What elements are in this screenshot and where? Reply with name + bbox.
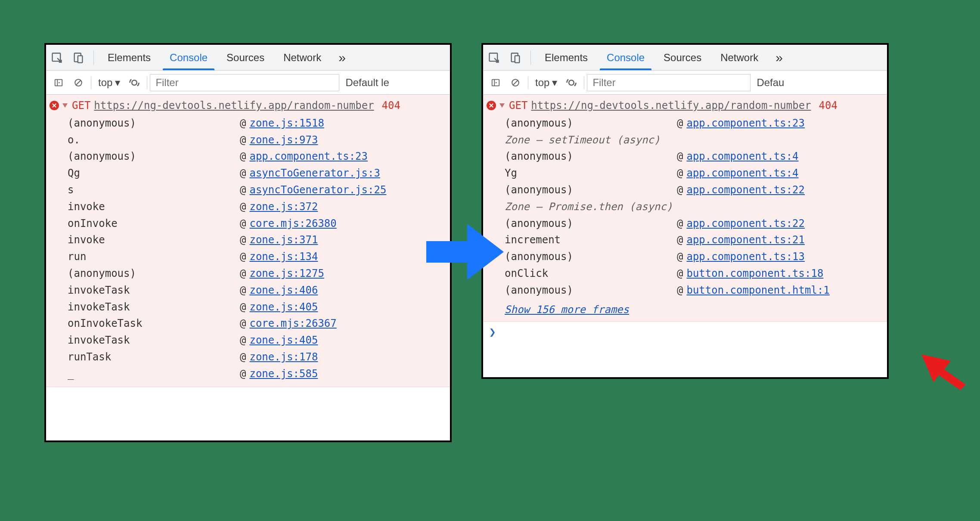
- frame-function: invokeTask: [68, 300, 240, 315]
- frame-source-link[interactable]: zone.js:371: [249, 233, 318, 248]
- disclosure-triangle-icon[interactable]: [62, 103, 68, 108]
- tab-console[interactable]: Console: [597, 45, 654, 70]
- stack-frame: invokeTask@zone.js:405: [46, 299, 450, 316]
- stack-frame: onInvokeTask@core.mjs:26367: [46, 315, 450, 332]
- tab-network[interactable]: Network: [711, 45, 768, 70]
- at-symbol: @: [240, 333, 246, 348]
- at-symbol: @: [240, 199, 246, 214]
- frame-source-link[interactable]: app.component.ts:4: [686, 149, 798, 164]
- at-symbol: @: [240, 350, 246, 365]
- context-label: top: [535, 77, 549, 89]
- show-more-frames-link[interactable]: Show 156 more frames: [483, 301, 887, 319]
- log-level-selector[interactable]: Default le: [339, 77, 389, 89]
- frame-source-link[interactable]: zone.js:372: [249, 199, 318, 214]
- at-symbol: @: [677, 266, 683, 281]
- frame-source-link[interactable]: zone.js:585: [249, 366, 318, 381]
- error-header[interactable]: GET https://ng-devtools.netlify.app/rand…: [483, 97, 887, 114]
- frame-source-link[interactable]: asyncToGenerator.js:3: [249, 166, 380, 181]
- error-header[interactable]: GET https://ng-devtools.netlify.app/rand…: [46, 97, 450, 114]
- frame-function: onInvokeTask: [68, 316, 240, 331]
- inspect-icon[interactable]: [483, 52, 505, 64]
- frame-source-link[interactable]: zone.js:406: [249, 283, 318, 298]
- frame-source-link[interactable]: zone.js:134: [249, 249, 318, 264]
- more-tabs-button[interactable]: »: [768, 50, 791, 65]
- device-toggle-icon[interactable]: [68, 52, 89, 64]
- context-selector[interactable]: top ▾: [94, 77, 124, 89]
- live-expression-icon[interactable]: [124, 74, 144, 91]
- frame-function: (anonymous): [505, 283, 677, 298]
- frame-source-link[interactable]: zone.js:405: [249, 300, 318, 315]
- filter-input[interactable]: [150, 74, 339, 91]
- context-selector[interactable]: top ▾: [531, 77, 561, 89]
- log-level-selector[interactable]: Defau: [751, 77, 784, 89]
- frame-function: run: [68, 249, 240, 264]
- frame-source-link[interactable]: button.component.html:1: [686, 283, 829, 298]
- disclosure-triangle-icon[interactable]: [499, 103, 505, 108]
- frame-source-link[interactable]: zone.js:1518: [249, 116, 324, 131]
- console-prompt[interactable]: ❯: [483, 322, 887, 342]
- stack-frame: invokeTask@zone.js:406: [46, 282, 450, 299]
- frame-function: invoke: [68, 199, 240, 214]
- sidebar-toggle-icon[interactable]: [486, 74, 506, 91]
- frame-function: s: [68, 183, 240, 198]
- error-icon: [50, 101, 59, 110]
- chevron-down-icon: ▾: [115, 77, 120, 89]
- error-entry: GET https://ng-devtools.netlify.app/rand…: [483, 95, 887, 322]
- frame-source-link[interactable]: button.component.ts:18: [686, 266, 823, 281]
- clear-console-icon[interactable]: [68, 74, 88, 91]
- clear-console-icon[interactable]: [506, 74, 525, 91]
- stack-trace: (anonymous)@zone.js:1518o.@zone.js:973(a…: [46, 114, 450, 384]
- console-toolbar: top ▾ Defau: [483, 71, 887, 95]
- inspect-icon[interactable]: [46, 52, 68, 64]
- tab-label: Sources: [226, 52, 264, 64]
- svg-point-11: [569, 80, 574, 85]
- frame-source-link[interactable]: app.component.ts:23: [249, 149, 368, 164]
- frame-source-link[interactable]: app.component.ts:13: [686, 249, 805, 264]
- tab-sources[interactable]: Sources: [217, 45, 274, 70]
- sidebar-toggle-icon[interactable]: [49, 74, 68, 91]
- stack-frame: (anonymous)@app.component.ts:22: [483, 215, 887, 232]
- tab-console[interactable]: Console: [160, 45, 217, 70]
- frame-function: Qg: [68, 166, 240, 181]
- at-symbol: @: [240, 300, 246, 315]
- device-toggle-icon[interactable]: [505, 52, 526, 64]
- context-label: top: [98, 77, 112, 89]
- stack-frame: Qg@asyncToGenerator.js:3: [46, 165, 450, 182]
- separator: [530, 50, 531, 65]
- svg-rect-2: [78, 56, 83, 62]
- tab-elements[interactable]: Elements: [535, 45, 597, 70]
- live-expression-icon[interactable]: [561, 74, 581, 91]
- stack-frame: (anonymous)@app.component.ts:23: [483, 115, 887, 132]
- separator: [528, 76, 528, 89]
- stack-frame: o.@zone.js:973: [46, 132, 450, 149]
- frame-function: invokeTask: [68, 333, 240, 348]
- frame-source-link[interactable]: zone.js:973: [249, 133, 318, 148]
- async-boundary: Zone — setTimeout (async): [483, 132, 887, 149]
- tab-label: Elements: [108, 52, 151, 64]
- frame-source-link[interactable]: core.mjs:26380: [249, 216, 336, 231]
- frame-source-link[interactable]: app.component.ts:22: [686, 183, 805, 198]
- at-symbol: @: [240, 116, 246, 131]
- request-url[interactable]: https://ng-devtools.netlify.app/random-n…: [531, 98, 811, 113]
- frame-function: o.: [68, 133, 240, 148]
- chevron-down-icon: ▾: [552, 77, 557, 89]
- frame-source-link[interactable]: app.component.ts:21: [686, 233, 805, 248]
- filter-input[interactable]: [587, 74, 751, 91]
- more-tabs-button[interactable]: »: [331, 50, 354, 65]
- tab-network[interactable]: Network: [274, 45, 331, 70]
- request-url[interactable]: https://ng-devtools.netlify.app/random-n…: [94, 98, 374, 113]
- frame-source-link[interactable]: zone.js:405: [249, 333, 318, 348]
- frame-source-link[interactable]: zone.js:1275: [249, 266, 324, 281]
- tab-bar: Elements Console Sources Network »: [46, 45, 450, 71]
- frame-source-link[interactable]: app.component.ts:23: [686, 116, 805, 131]
- frame-source-link[interactable]: asyncToGenerator.js:25: [249, 183, 386, 198]
- tab-sources[interactable]: Sources: [654, 45, 711, 70]
- frame-source-link[interactable]: app.component.ts:4: [686, 166, 798, 181]
- frame-source-link[interactable]: core.mjs:26367: [249, 316, 336, 331]
- frame-source-link[interactable]: app.component.ts:22: [686, 216, 805, 231]
- error-icon: [487, 101, 496, 110]
- tab-elements[interactable]: Elements: [98, 45, 160, 70]
- separator: [584, 76, 584, 89]
- frame-source-link[interactable]: zone.js:178: [249, 350, 318, 365]
- stack-frame: invoke@zone.js:371: [46, 232, 450, 248]
